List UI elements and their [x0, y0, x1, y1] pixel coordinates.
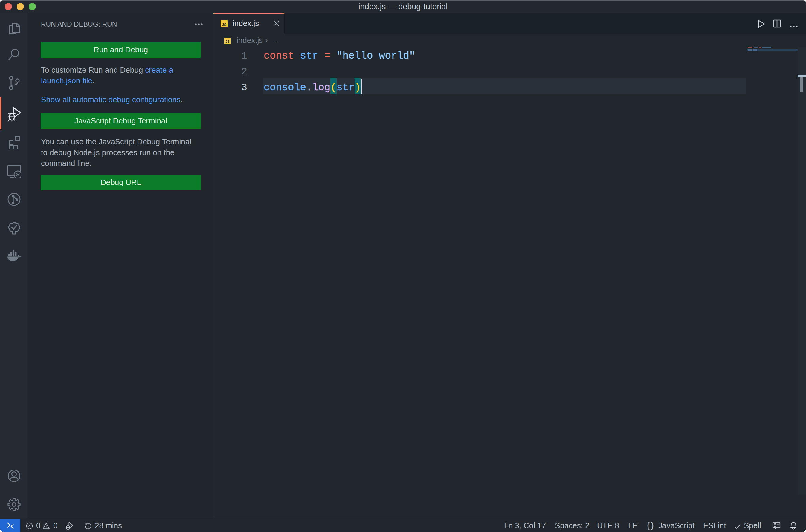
svg-text:JS: JS: [225, 40, 230, 43]
svg-text:JS: JS: [222, 23, 226, 27]
